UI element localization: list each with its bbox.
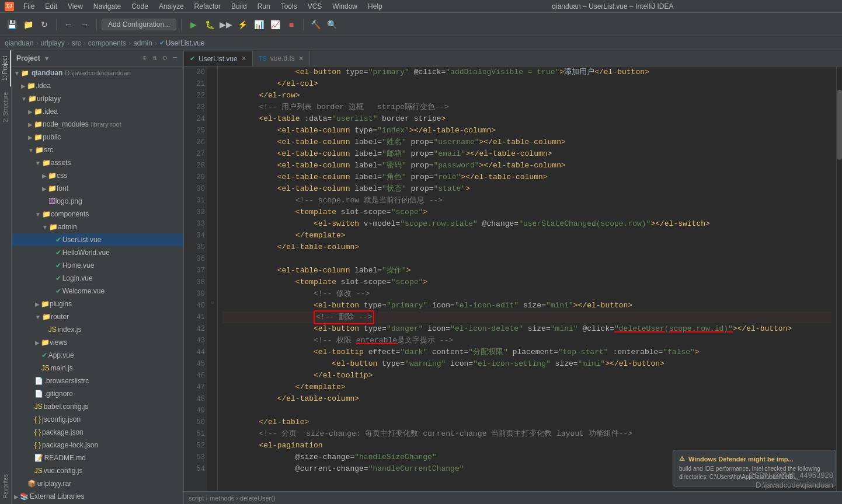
- toolbar-attach-btn[interactable]: ⚡: [235, 18, 249, 32]
- toolbar-refresh-btn[interactable]: ↻: [37, 18, 51, 32]
- toolbar-run2-btn[interactable]: ▶▶: [219, 18, 233, 32]
- tree-babel-config[interactable]: JS babel.config.js: [12, 400, 183, 413]
- tab-close-userlist[interactable]: ✕: [241, 55, 246, 62]
- file-icon-home: ✔: [55, 261, 61, 270]
- toolbar-profile-btn[interactable]: 📈: [268, 18, 282, 32]
- file-icon-bl: 📄: [34, 377, 43, 385]
- tree-login[interactable]: ✔ Login.vue: [12, 272, 183, 285]
- code-area[interactable]: <el-button type="primary" @click="addDia…: [218, 66, 836, 491]
- tree-root[interactable]: ▼ 📁 qianduan D:\javadcode\qianduan: [12, 66, 183, 79]
- menu-build[interactable]: Build: [227, 1, 252, 12]
- menu-view[interactable]: View: [63, 1, 88, 12]
- tree-welcome[interactable]: ✔ Welcome.vue: [12, 285, 183, 298]
- tree-public[interactable]: ▶ 📁 public: [12, 131, 183, 144]
- toolbar-stop-btn[interactable]: ■: [284, 18, 298, 32]
- scrollbar-thumb[interactable]: [837, 90, 842, 160]
- sidebar-add-btn[interactable]: ⊕: [141, 53, 148, 63]
- sidebar-dropdown-icon[interactable]: ▼: [44, 55, 50, 62]
- tree-idea-1[interactable]: ▶ 📁 .idea: [12, 79, 183, 92]
- activity-project[interactable]: 1: Project: [0, 50, 11, 86]
- tree-helloworld[interactable]: ✔ HelloWorld.vue: [12, 246, 183, 259]
- tree-home[interactable]: ✔ Home.vue: [12, 259, 183, 272]
- breadcrumb-urlplayy[interactable]: urlplayy: [40, 39, 64, 47]
- vertical-scrollbar[interactable]: [836, 66, 842, 491]
- tree-package-lock[interactable]: { } package-lock.json: [12, 439, 183, 452]
- tree-browserslistrc[interactable]: 📄 .browserslistrc: [12, 374, 183, 387]
- toolbar-run-btn[interactable]: ▶: [186, 18, 200, 32]
- tree-main-js[interactable]: JS main.js: [12, 362, 183, 374]
- tree-urlplayy-rar[interactable]: 📦 urlplayy.rar: [12, 477, 183, 490]
- watermark-line2: D:\javadcode\qianduan: [749, 481, 833, 489]
- tree-package-json[interactable]: { } package.json: [12, 426, 183, 439]
- tree-src-label: src: [44, 146, 53, 154]
- tree-userlist[interactable]: ✔ UserList.vue: [12, 233, 183, 246]
- spacer-bc: [28, 402, 32, 411]
- tree-node-modules[interactable]: ▶ 📁 node_modules library root: [12, 118, 183, 131]
- tree-urlplayy[interactable]: ▼ 📁 urlplayy: [12, 92, 183, 105]
- tree-external-libraries[interactable]: ▶ 📚 External Libraries: [12, 490, 183, 503]
- breadcrumb-admin[interactable]: admin: [133, 39, 152, 47]
- tree-admin[interactable]: ▼ 📁 admin: [12, 220, 183, 233]
- tree-src[interactable]: ▼ 📁 src: [12, 144, 183, 156]
- spacer-appvue: [35, 351, 39, 359]
- menu-edit[interactable]: Edit: [40, 1, 62, 12]
- tree-readme[interactable]: 📝 README.md: [12, 452, 183, 464]
- tab-userlist-label: UserList.vue: [199, 55, 238, 63]
- tree-vue-config[interactable]: JS vue.config.js: [12, 464, 183, 477]
- activity-favorites[interactable]: Favorites: [1, 468, 11, 504]
- menu-navigate[interactable]: Navigate: [89, 1, 126, 12]
- tab-close-vuedts[interactable]: ✕: [298, 55, 304, 62]
- breadcrumb-components[interactable]: components: [88, 39, 126, 47]
- tab-vue-dts[interactable]: TS vue.d.ts ✕: [253, 51, 310, 66]
- tree-font[interactable]: ▶ 📁 font: [12, 182, 183, 195]
- arrow-public: ▶: [28, 134, 33, 141]
- menu-code[interactable]: Code: [127, 1, 153, 12]
- toolbar-forward-btn[interactable]: →: [78, 18, 92, 32]
- folder-icon-components: 📁: [42, 210, 51, 218]
- folder-icon-font: 📁: [48, 184, 57, 192]
- menu-refactor[interactable]: Refactor: [190, 1, 225, 12]
- spacer-indexjs: [42, 326, 46, 334]
- tree-idea-2[interactable]: ▶ 📁 .idea: [12, 105, 183, 118]
- tree-app-vue[interactable]: ✔ App.vue: [12, 349, 183, 362]
- breadcrumb-file[interactable]: UserList.vue: [166, 39, 205, 47]
- tree-assets[interactable]: ▼ 📁 assets: [12, 156, 183, 169]
- code-line-30: <el-table-column label="状态" prop="state"…: [222, 183, 831, 195]
- tree-logo-png[interactable]: 🖼 logo.png: [12, 195, 183, 208]
- toolbar-coverage-btn[interactable]: 📊: [252, 18, 266, 32]
- activity-structure[interactable]: 2: Structure: [1, 86, 11, 128]
- toolbar-debug-btn[interactable]: 🐛: [203, 18, 217, 32]
- menu-file[interactable]: File: [19, 1, 39, 12]
- sidebar-minimize-btn[interactable]: —: [171, 53, 179, 63]
- tree-css[interactable]: ▶ 📁 css: [12, 169, 183, 182]
- add-config-btn[interactable]: Add Configuration...: [102, 19, 176, 30]
- menu-analyze[interactable]: Analyze: [154, 1, 189, 12]
- tree-plugins[interactable]: ▶ 📁 plugins: [12, 298, 183, 310]
- sidebar-settings-btn[interactable]: ⚙: [161, 53, 169, 63]
- code-line-27: <el-table-column label="邮箱" prop="email"…: [222, 148, 831, 160]
- menu-tools[interactable]: Tools: [276, 1, 302, 12]
- menu-run[interactable]: Run: [253, 1, 275, 12]
- menu-vcs[interactable]: VCS: [303, 1, 327, 12]
- breadcrumb-root[interactable]: qianduan: [5, 39, 33, 47]
- toolbar-back-btn[interactable]: ←: [61, 18, 75, 32]
- code-line-41: <!-- 删除 -->: [222, 312, 831, 323]
- tree-router[interactable]: ▼ 📁 router: [12, 310, 183, 323]
- tree-components[interactable]: ▼ 📁 components: [12, 208, 183, 220]
- toolbar-open-btn[interactable]: 📁: [21, 18, 35, 32]
- tab-userlist[interactable]: ✔ UserList.vue ✕: [184, 51, 253, 66]
- toolbar-build-btn[interactable]: 🔨: [308, 18, 322, 32]
- toolbar-search-btn[interactable]: 🔍: [325, 18, 339, 32]
- tab-vue-icon-userlist: ✔: [190, 55, 195, 62]
- tree-index-js[interactable]: JS index.js: [12, 323, 183, 336]
- menu-window[interactable]: Window: [328, 1, 362, 12]
- breadcrumb-src[interactable]: src: [72, 39, 81, 47]
- toolbar-save-btn[interactable]: 💾: [5, 18, 19, 32]
- menu-help[interactable]: Help: [363, 1, 387, 12]
- tree-router-label: router: [51, 313, 69, 321]
- sidebar-scroll-btn[interactable]: ⇅: [151, 53, 158, 63]
- tree-gitignore[interactable]: 📄 .gitignore: [12, 387, 183, 400]
- tree-css-label: css: [57, 172, 67, 180]
- tree-jsconfig[interactable]: { } jsconfig.json: [12, 413, 183, 426]
- tree-views[interactable]: ▶ 📁 views: [12, 336, 183, 349]
